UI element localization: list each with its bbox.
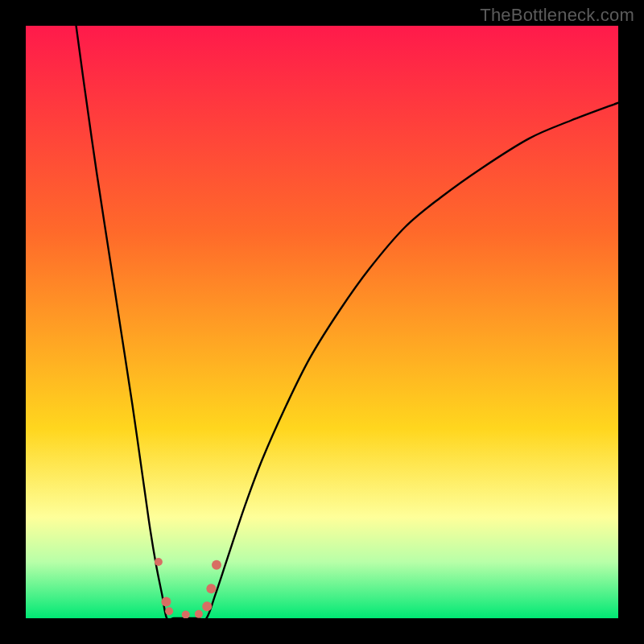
data-marker	[155, 558, 163, 566]
data-marker	[206, 584, 216, 593]
bottleneck-curve	[26, 26, 618, 618]
data-marker	[202, 601, 212, 611]
chart-frame: TheBottleneck.com	[0, 0, 644, 644]
data-marker	[195, 610, 203, 618]
data-marker	[161, 597, 171, 606]
data-marker	[165, 607, 173, 615]
data-marker	[182, 611, 190, 618]
data-marker	[212, 560, 221, 570]
plot-area	[26, 26, 618, 618]
watermark-text: TheBottleneck.com	[480, 5, 634, 26]
